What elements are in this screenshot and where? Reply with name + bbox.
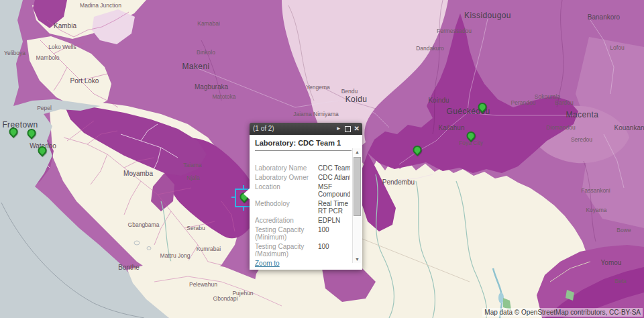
field-value: 100 [318, 243, 350, 258]
popup-field-row: Testing Capacity (Maximum)100 [255, 243, 350, 258]
popup-field-row: LocationMSF Compound [255, 183, 350, 198]
field-value: MSF Compound [318, 183, 350, 198]
field-value: CDC Atlanta [318, 174, 350, 181]
field-value: CDC Team 1 [318, 164, 350, 172]
field-value: 100 [318, 226, 350, 241]
field-label: Testing Capacity (Minimum) [255, 226, 313, 241]
map-attribution: Map data © OpenStreetMap contributors, C… [482, 308, 643, 317]
popup-title: Laboratory: CDC Team 1 [255, 139, 352, 151]
close-icon[interactable]: ✕ [354, 125, 360, 132]
popup-field-row: MethodoloyReal Time RT PCR [255, 200, 350, 215]
field-label: Laboratory Name [255, 164, 313, 172]
field-label: Location [255, 183, 313, 198]
scroll-up-icon[interactable]: ▲ [353, 148, 362, 156]
popup-field-row: Laboratory NameCDC Team 1 [255, 164, 350, 172]
next-feature-icon[interactable]: ► [336, 126, 341, 131]
field-label: Accreditation [255, 217, 313, 224]
popup-field-row: Testing Capacity (Minimum)100 [255, 226, 350, 241]
attribute-table: Laboratory NameCDC Team 1Laboratory Owne… [255, 164, 350, 260]
scrollbar-thumb[interactable] [354, 157, 361, 216]
popup-header[interactable]: (1 of 2) ► ✕ [250, 123, 362, 135]
scroll-down-icon[interactable]: ▼ [353, 256, 362, 263]
popup-scrollbar[interactable]: ▲ ▼ [352, 148, 362, 263]
field-label: Testing Capacity (Maximum) [255, 243, 313, 258]
maximize-icon[interactable] [345, 126, 351, 132]
popup-field-row: Laboratory OwnerCDC Atlanta [255, 174, 350, 181]
feature-popup: (1 of 2) ► ✕ Laboratory: CDC Team 1 Labo… [250, 123, 362, 270]
map-canvas[interactable]: FreetownMakeniKoiduGuéckédouMacentaKissi… [0, 0, 644, 318]
popup-pager: (1 of 2) [253, 125, 274, 132]
zoom-to-link[interactable]: Zoom to [255, 260, 280, 267]
popup-field-row: AccreditationEDPLN [255, 217, 350, 224]
field-value: Real Time RT PCR [318, 200, 350, 215]
field-label: Laboratory Owner [255, 174, 313, 181]
field-value: EDPLN [318, 217, 350, 224]
popup-body: Laboratory: CDC Team 1 Laboratory NameCD… [250, 135, 362, 270]
field-label: Methodoloy [255, 200, 313, 215]
